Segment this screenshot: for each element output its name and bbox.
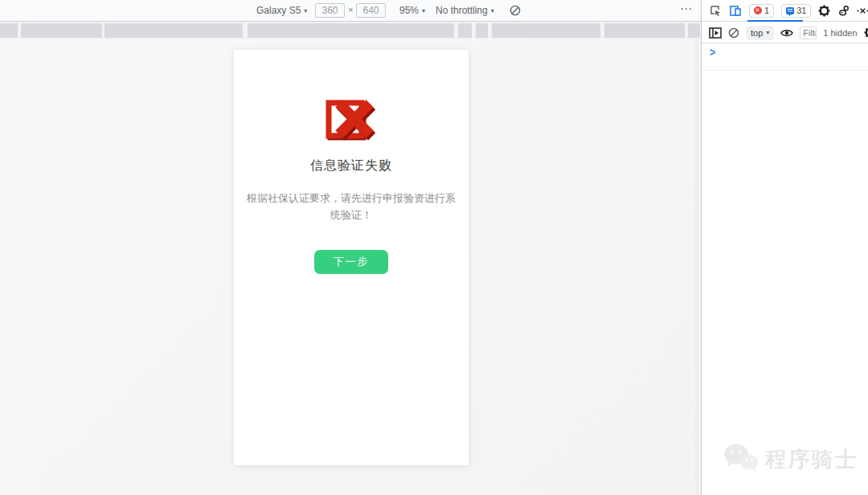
media-query-segment xyxy=(604,23,685,38)
console-filter-input[interactable] xyxy=(800,27,817,39)
console-prompt-row[interactable]: > xyxy=(702,43,868,71)
viewport-width-input[interactable] xyxy=(315,3,345,18)
media-query-segment xyxy=(21,23,102,38)
emulated-page-area: Galaxy S5 ▾ × 95% ▾ No throttling ▾ ⋯ xyxy=(0,0,701,495)
chevron-down-icon: ▾ xyxy=(491,7,494,14)
chevron-down-icon: ▾ xyxy=(304,7,307,14)
media-query-segment xyxy=(458,23,472,38)
wechat-icon xyxy=(723,442,760,477)
device-select-label: Galaxy S5 xyxy=(256,5,301,16)
device-emulation-toolbar: Galaxy S5 ▾ × 95% ▾ No throttling ▾ ⋯ xyxy=(0,0,701,22)
watermark-text: 程序骑士 xyxy=(765,445,858,474)
devtools-panel: 1 31 xyxy=(701,0,868,495)
emulated-viewport-background: 信息验证失败 根据社保认证要求，请先进行申报验资进行系统验证！ 下一步 xyxy=(0,39,701,495)
hidden-messages-label: 1 hidden xyxy=(823,28,857,38)
page-title: 信息验证失败 xyxy=(234,158,469,174)
chevron-down-icon: ▾ xyxy=(422,7,425,14)
zoom-select-label: 95% xyxy=(399,5,419,16)
media-query-segment xyxy=(688,23,700,38)
viewport-height-input[interactable] xyxy=(356,3,386,18)
console-toolbar: top ▾ 1 hidden xyxy=(702,22,868,43)
profile-icon[interactable] xyxy=(837,5,850,17)
dimensions-times-label: × xyxy=(348,5,353,14)
console-prompt-chevron: > xyxy=(710,46,715,59)
issues-icon xyxy=(786,7,794,14)
issues-count: 31 xyxy=(796,6,806,15)
verification-failed-icon xyxy=(234,91,469,142)
more-options-button[interactable]: ⋯ xyxy=(680,2,693,16)
media-query-bar xyxy=(0,22,701,39)
throttling-select[interactable]: No throttling ▾ xyxy=(436,0,494,21)
settings-gear-icon[interactable] xyxy=(818,5,830,17)
verification-message: 根据社保认证要求，请先进行申报验资进行系统验证！ xyxy=(246,190,457,223)
active-tab-underline xyxy=(747,20,803,22)
clear-console-icon[interactable] xyxy=(728,27,739,39)
console-settings-gear-icon[interactable] xyxy=(864,27,868,39)
console-errors-badge[interactable]: 1 xyxy=(749,4,774,18)
issues-badge[interactable]: 31 xyxy=(781,4,811,18)
watermark: 程序骑士 xyxy=(723,442,858,477)
close-x-dots-icon[interactable] xyxy=(857,5,868,17)
console-context-selector[interactable]: top ▾ xyxy=(746,26,774,40)
next-step-button[interactable]: 下一步 xyxy=(314,250,388,274)
console-context-label: top xyxy=(751,28,763,38)
media-query-segment xyxy=(476,23,488,38)
chevron-down-icon: ▾ xyxy=(766,29,769,36)
media-query-segment xyxy=(0,23,18,38)
error-icon xyxy=(754,6,762,14)
live-expression-eye-icon[interactable] xyxy=(780,28,793,38)
device-toolbar-toggle-icon[interactable] xyxy=(729,4,742,17)
rotate-disabled-icon[interactable] xyxy=(510,5,521,18)
throttling-select-label: No throttling xyxy=(436,5,488,16)
page-scrollbar[interactable] xyxy=(695,39,698,495)
inspect-element-icon[interactable] xyxy=(709,4,722,17)
console-sidebar-toggle-icon[interactable] xyxy=(709,27,722,39)
error-count: 1 xyxy=(764,6,769,15)
devtools-main-toolbar: 1 31 xyxy=(702,0,868,22)
device-select[interactable]: Galaxy S5 ▾ xyxy=(256,0,307,21)
screenshot-root: Galaxy S5 ▾ × 95% ▾ No throttling ▾ ⋯ xyxy=(0,0,868,495)
media-query-segment xyxy=(104,23,243,38)
media-query-segment xyxy=(492,23,600,38)
verification-card: 信息验证失败 根据社保认证要求，请先进行申报验资进行系统验证！ 下一步 xyxy=(234,50,469,465)
media-query-segment xyxy=(248,23,454,38)
zoom-select[interactable]: 95% ▾ xyxy=(399,0,425,21)
